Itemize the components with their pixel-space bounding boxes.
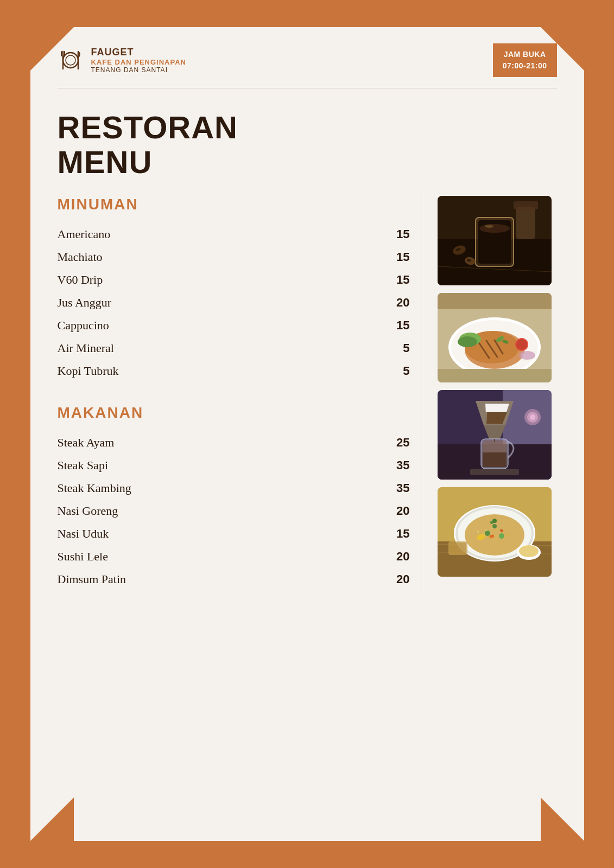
svg-rect-47 xyxy=(483,452,507,467)
item-name: Nasi Uduk xyxy=(58,527,109,541)
photo-drip xyxy=(438,390,552,480)
svg-point-71 xyxy=(485,531,490,536)
menu-item-steakayam: Steak Ayam 25 xyxy=(58,431,410,454)
corner-decoration-br xyxy=(541,797,584,841)
item-name: Dimsum Patin xyxy=(58,572,126,586)
item-name: Steak Kambing xyxy=(58,481,131,495)
photo-food xyxy=(438,293,552,382)
menu-item-sushilele: Sushi Lele 20 xyxy=(58,545,410,568)
logo-name: FAUGET xyxy=(91,47,187,58)
photo-coffee xyxy=(438,196,552,285)
svg-point-35 xyxy=(521,352,534,359)
corner-decoration-tr xyxy=(541,27,584,71)
item-name: V60 Drip xyxy=(58,273,103,287)
svg-rect-48 xyxy=(470,469,519,475)
svg-point-63 xyxy=(496,528,498,531)
item-name: Cappucino xyxy=(58,318,109,333)
menu-item-v60drip: V60 Drip 15 xyxy=(58,269,410,291)
svg-rect-36 xyxy=(438,293,552,309)
item-price: 20 xyxy=(388,504,410,518)
item-price: 15 xyxy=(388,318,410,333)
svg-point-33 xyxy=(458,336,477,347)
svg-point-72 xyxy=(499,533,504,539)
main-title: RESTORAN MENU xyxy=(30,88,584,190)
corner-decoration-bl xyxy=(30,797,74,841)
svg-point-66 xyxy=(495,538,497,540)
header: FAUGET KAFE DAN PENGINAPAN TENANG DAN SA… xyxy=(30,27,584,88)
item-name: Americano xyxy=(58,227,111,241)
svg-point-70 xyxy=(507,534,509,536)
item-price: 15 xyxy=(388,227,410,241)
menu-item-kopitubruk: Kopi Tubruk 5 xyxy=(58,360,410,382)
item-name: Jus Anggur xyxy=(58,296,112,310)
menu-item-dimsumpatin: Dimsum Patin 20 xyxy=(58,568,410,591)
menu-item-airmineral: Air Mineral 5 xyxy=(58,337,410,360)
logo-area: FAUGET KAFE DAN PENGINAPAN TENANG DAN SA… xyxy=(58,47,187,74)
menu-page: FAUGET KAFE DAN PENGINAPAN TENANG DAN SA… xyxy=(30,27,584,841)
item-price: 20 xyxy=(388,572,410,586)
section-title-makanan: MAKANAN xyxy=(58,404,410,422)
item-price: 25 xyxy=(388,436,410,450)
menu-item-cappucino: Cappucino 15 xyxy=(58,314,410,337)
logo-text: FAUGET KAFE DAN PENGINAPAN TENANG DAN SA… xyxy=(91,47,187,74)
item-price: 15 xyxy=(388,250,410,264)
menu-item-nasiuduk: Nasi Uduk 15 xyxy=(58,522,410,545)
item-name: Nasi Goreng xyxy=(58,504,118,518)
menu-column: MINUMAN Americano 15 Machiato 15 V60 Dri… xyxy=(58,190,421,591)
item-price: 15 xyxy=(388,273,410,287)
svg-point-73 xyxy=(492,524,497,528)
section-title-minuman: MINUMAN xyxy=(58,196,410,213)
item-price: 20 xyxy=(388,296,410,310)
menu-item-steaksapi: Steak Sapi 35 xyxy=(58,454,410,477)
menu-item-steakkambing: Steak Kambing 35 xyxy=(58,477,410,500)
item-name: Kopi Tubruk xyxy=(58,364,119,378)
menu-item-jusanggur: Jus Anggur 20 xyxy=(58,291,410,314)
svg-point-31 xyxy=(516,339,527,350)
svg-rect-37 xyxy=(438,369,552,382)
logo-sub2: TENANG DAN SANTAI xyxy=(91,66,187,74)
svg-rect-13 xyxy=(516,207,535,239)
item-price: 20 xyxy=(388,550,410,564)
item-price: 35 xyxy=(388,458,410,473)
content: MINUMAN Americano 15 Machiato 15 V60 Dri… xyxy=(30,190,584,591)
menu-item-nasigoreng: Nasi Goreng 20 xyxy=(58,500,410,522)
svg-point-52 xyxy=(530,414,535,420)
item-name: Sushi Lele xyxy=(58,550,109,564)
svg-rect-82 xyxy=(450,542,466,554)
item-name: Air Mineral xyxy=(58,341,114,355)
item-name: Steak Ayam xyxy=(58,436,115,450)
svg-point-12 xyxy=(485,225,493,228)
item-price: 5 xyxy=(388,364,410,378)
page-title: RESTORAN MENU xyxy=(58,110,557,180)
svg-point-80 xyxy=(519,545,539,557)
photo-rice xyxy=(438,487,552,577)
svg-point-78 xyxy=(490,521,493,524)
item-name: Steak Sapi xyxy=(58,458,109,473)
item-price: 15 xyxy=(388,527,410,541)
svg-point-69 xyxy=(477,531,479,533)
svg-point-11 xyxy=(479,224,510,233)
section-gap xyxy=(58,382,410,399)
photos-column xyxy=(438,190,557,591)
logo-sub1: KAFE DAN PENGINAPAN xyxy=(91,58,187,66)
item-price: 35 xyxy=(388,481,410,495)
corner-decoration-tl xyxy=(30,27,74,71)
item-name: Machiato xyxy=(58,250,103,264)
menu-item-americano: Americano 15 xyxy=(58,223,410,246)
menu-item-machiato: Machiato 15 xyxy=(58,246,410,269)
svg-rect-14 xyxy=(514,201,538,209)
item-price: 5 xyxy=(388,341,410,355)
